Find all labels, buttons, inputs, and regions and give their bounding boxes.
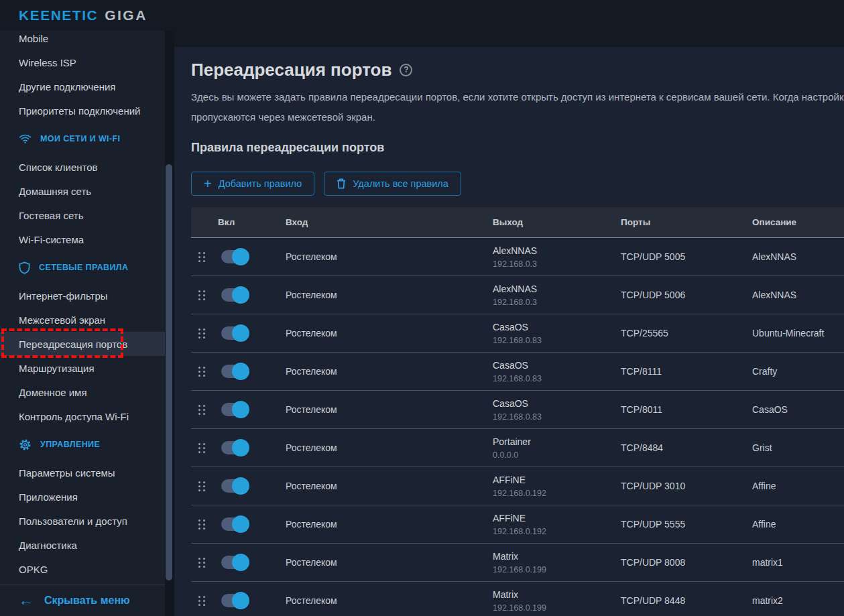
sidebar-item-13[interactable]: Маршрутизация — [0, 356, 165, 380]
rule-output-host: AFFiNE — [493, 475, 621, 486]
table-row: Ростелеком CasaOS 192.168.0.83 TCP/8111 … — [191, 353, 844, 391]
sidebar-item-15[interactable]: Контроль доступа Wi-Fi — [0, 404, 165, 428]
drag-handle-icon[interactable] — [196, 441, 207, 455]
rule-input-interface: Ростелеком — [286, 366, 493, 377]
arrow-left-icon: ← — [19, 594, 34, 607]
port-forwarding-table: Вкл Вход Выход Порты Описание Ростелеком… — [191, 207, 844, 616]
rule-ports: TCP/8011 — [621, 404, 752, 415]
rule-ports: TCP/UDP 8008 — [621, 557, 752, 568]
drag-handle-icon[interactable] — [196, 326, 207, 341]
rule-output-host: CasaOS — [493, 398, 621, 410]
rule-enabled-toggle[interactable] — [221, 403, 248, 416]
rule-ports: TCP/UDP 5555 — [621, 519, 752, 530]
page-title: Переадресация портов — [191, 59, 391, 80]
sidebar-item-19[interactable]: Пользователи и доступ — [0, 509, 165, 533]
sidebar-menu: MobileWireless ISPДругие подключенияПрио… — [0, 31, 165, 581]
sidebar-section-9[interactable]: СЕТЕВЫЕ ПРАВИЛА — [0, 251, 165, 284]
main-content: Переадресация портов ? Здесь вы можете з… — [174, 47, 844, 616]
sidebar-item-20[interactable]: Диагностика — [0, 533, 165, 557]
table-row: Ростелеком AlexNNAS 192.168.0.3 TCP/UDP … — [191, 238, 844, 276]
drag-handle-icon[interactable] — [196, 403, 207, 417]
rule-input-interface: Ростелеком — [286, 404, 493, 415]
sidebar-item-5[interactable]: Список клиентов — [0, 155, 165, 179]
rule-output-ip: 192.168.0.83 — [493, 412, 621, 422]
rule-output-ip: 192.168.0.3 — [493, 259, 621, 269]
rule-enabled-toggle[interactable] — [221, 250, 248, 263]
drag-handle-icon[interactable] — [196, 250, 207, 264]
sidebar-section-label: УПРАВЛЕНИЕ — [40, 440, 100, 449]
rule-enabled-toggle[interactable] — [221, 326, 248, 340]
add-rule-label: Добавить правило — [219, 178, 302, 189]
column-header-output: Выход — [493, 217, 621, 227]
sidebar-item-8[interactable]: Wi-Fi-система — [0, 227, 165, 251]
rule-output-host: AlexNNAS — [493, 284, 621, 295]
sidebar-scrollbar-thumb[interactable] — [166, 164, 172, 580]
help-icon[interactable]: ? — [400, 64, 412, 76]
rule-input-interface: Ростелеком — [286, 328, 493, 338]
table-row: Ростелеком CasaOS 192.168.0.83 TCP/8011 … — [191, 391, 844, 429]
section-title: Правила переадресации портов — [191, 139, 844, 156]
rule-description: matrix2 — [752, 595, 844, 606]
sidebar-section-label: СЕТЕВЫЕ ПРАВИЛА — [39, 263, 128, 272]
sidebar-item-17[interactable]: Параметры системы — [0, 460, 165, 485]
rule-description: matrix1 — [752, 557, 844, 568]
rule-enabled-toggle[interactable] — [221, 288, 248, 302]
drag-handle-icon[interactable] — [196, 517, 207, 532]
rule-enabled-toggle[interactable] — [221, 365, 248, 378]
drag-handle-icon[interactable] — [196, 594, 207, 608]
rule-output-host: AlexNNAS — [493, 245, 621, 257]
sidebar-item-1[interactable]: Wireless ISP — [0, 50, 165, 74]
hide-menu-button[interactable]: ← Скрывать меню — [0, 584, 165, 616]
rule-enabled-toggle[interactable] — [221, 479, 248, 493]
description-line-1: Здесь вы можете задать правила переадрес… — [191, 87, 844, 107]
rule-description: Grist — [752, 442, 844, 453]
rule-description: Affine — [752, 481, 844, 491]
sidebar-item-0[interactable]: Mobile — [0, 31, 165, 50]
sidebar-item-6[interactable]: Домашняя сеть — [0, 179, 165, 203]
drag-handle-icon[interactable] — [196, 479, 207, 493]
sidebar-item-21[interactable]: OPKG — [0, 557, 165, 581]
sidebar-item-3[interactable]: Приоритеты подключений — [0, 99, 165, 123]
sidebar-section-16[interactable]: УПРАВЛЕНИЕ — [0, 428, 165, 460]
sidebar-item-12[interactable]: Переадресация портов — [0, 332, 165, 356]
table-row: Ростелеком CasaOS 192.168.0.83 TCP/25565… — [191, 314, 844, 353]
rule-description: AlexNNAS — [752, 251, 844, 262]
sidebar-item-7[interactable]: Гостевая сеть — [0, 203, 165, 227]
sidebar-item-14[interactable]: Доменное имя — [0, 380, 165, 404]
drag-handle-icon[interactable] — [196, 288, 207, 302]
rule-ports: TCP/UDP 8448 — [621, 595, 752, 606]
rule-enabled-toggle[interactable] — [221, 441, 248, 454]
delete-all-rules-button[interactable]: Удалить все правила — [324, 172, 461, 196]
rule-output-ip: 192.168.0.192 — [493, 489, 621, 498]
keenetic-logo[interactable]: KEENETIC GIGA — [19, 7, 147, 23]
rule-ports: TCP/25565 — [621, 328, 752, 338]
rule-enabled-toggle[interactable] — [221, 556, 248, 569]
description-line-2: пропускаются через межсетевой экран. — [191, 107, 844, 127]
table-body: Ростелеком AlexNNAS 192.168.0.3 TCP/UDP … — [191, 238, 844, 616]
rule-enabled-toggle[interactable] — [221, 594, 248, 607]
rule-description: Crafty — [752, 366, 844, 377]
table-row: Ростелеком AFFiNE 192.168.0.192 TCP/UDP … — [191, 467, 844, 505]
logo-model-text: GIGA — [105, 7, 147, 23]
drag-handle-icon[interactable] — [196, 365, 207, 379]
sidebar-item-10[interactable]: Интернет-фильтры — [0, 284, 165, 308]
page-description: Здесь вы можете задать правила переадрес… — [191, 87, 844, 127]
rule-enabled-toggle[interactable] — [221, 517, 248, 531]
sidebar-section-4[interactable]: МОИ СЕТИ И WI-FI — [0, 123, 165, 155]
rule-output-host: Matrix — [493, 589, 621, 601]
rule-output-ip: 192.168.0.199 — [493, 603, 621, 613]
rule-ports: TCP/8484 — [621, 442, 752, 453]
sidebar-item-18[interactable]: Приложения — [0, 485, 165, 509]
rule-output-ip: 192.168.0.192 — [493, 527, 621, 536]
rule-output-host: Portainer — [493, 436, 621, 448]
rule-input-interface: Ростелеком — [286, 595, 493, 606]
sidebar-item-11[interactable]: Межсетевой экран — [0, 308, 165, 332]
rule-output-host: CasaOS — [493, 360, 621, 371]
sidebar-item-2[interactable]: Другие подключения — [0, 74, 165, 99]
rule-ports: TCP/UDP 3010 — [621, 481, 752, 491]
trash-icon — [337, 178, 346, 189]
drag-handle-icon[interactable] — [196, 556, 207, 570]
wifi-icon — [19, 133, 32, 144]
add-rule-button[interactable]: + Добавить правило — [191, 172, 314, 196]
rule-output-host: CasaOS — [493, 322, 621, 333]
